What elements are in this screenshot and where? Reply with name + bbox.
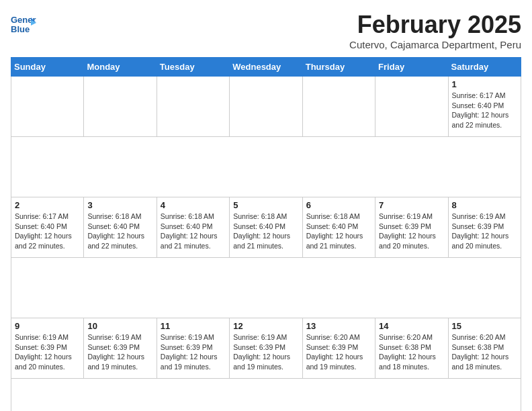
calendar-cell: 10Sunrise: 6:19 AMSunset: 6:39 PMDayligh… (84, 318, 157, 379)
day-info: Sunrise: 6:17 AMSunset: 6:40 PMDaylight:… (15, 212, 80, 251)
calendar-cell (157, 77, 229, 137)
day-info: Sunrise: 6:17 AMSunset: 6:40 PMDaylight:… (452, 91, 517, 130)
day-info: Sunrise: 6:18 AMSunset: 6:40 PMDaylight:… (87, 212, 152, 251)
calendar-cell (302, 77, 375, 137)
day-info: Sunrise: 6:19 AMSunset: 6:39 PMDaylight:… (161, 332, 226, 372)
week-spacer (11, 379, 521, 412)
day-number: 8 (452, 200, 517, 210)
calendar-cell: 6Sunrise: 6:18 AMSunset: 6:40 PMDaylight… (302, 197, 375, 258)
day-number: 9 (15, 321, 80, 331)
calendar-cell: 8Sunrise: 6:19 AMSunset: 6:39 PMDaylight… (448, 197, 521, 258)
weekday-header-saturday: Saturday (448, 58, 521, 77)
header: General Blue February 2025 Cutervo, Caja… (11, 11, 521, 50)
calendar-cell (375, 77, 448, 137)
day-number: 1 (452, 79, 517, 89)
day-info: Sunrise: 6:18 AMSunset: 6:40 PMDaylight:… (161, 212, 226, 251)
calendar-cell: 13Sunrise: 6:20 AMSunset: 6:39 PMDayligh… (302, 318, 375, 379)
calendar-cell: 11Sunrise: 6:19 AMSunset: 6:39 PMDayligh… (157, 318, 229, 379)
logo: General Blue (11, 11, 38, 35)
day-number: 2 (15, 200, 80, 210)
day-number: 15 (452, 321, 517, 331)
svg-text:Blue: Blue (11, 24, 30, 34)
day-info: Sunrise: 6:19 AMSunset: 6:39 PMDaylight:… (15, 332, 80, 372)
calendar-cell (230, 77, 302, 137)
day-info: Sunrise: 6:18 AMSunset: 6:40 PMDaylight:… (233, 212, 298, 251)
week-spacer (11, 137, 521, 197)
weekday-header-sunday: Sunday (11, 58, 84, 77)
day-number: 13 (306, 321, 371, 331)
calendar-week-1: 1Sunrise: 6:17 AMSunset: 6:40 PMDaylight… (11, 77, 521, 137)
calendar-cell: 5Sunrise: 6:18 AMSunset: 6:40 PMDaylight… (230, 197, 302, 258)
calendar-cell: 9Sunrise: 6:19 AMSunset: 6:39 PMDaylight… (11, 318, 84, 379)
calendar-cell (84, 77, 157, 137)
calendar-cell: 15Sunrise: 6:20 AMSunset: 6:38 PMDayligh… (448, 318, 521, 379)
calendar-cell: 12Sunrise: 6:19 AMSunset: 6:39 PMDayligh… (230, 318, 302, 379)
calendar-week-2: 2Sunrise: 6:17 AMSunset: 6:40 PMDaylight… (11, 197, 521, 258)
day-info: Sunrise: 6:20 AMSunset: 6:38 PMDaylight:… (452, 332, 517, 372)
day-number: 4 (161, 200, 226, 210)
title-block: February 2025 Cutervo, Cajamarca Departm… (349, 11, 521, 50)
week-spacer (11, 258, 521, 318)
day-info: Sunrise: 6:20 AMSunset: 6:39 PMDaylight:… (306, 332, 371, 372)
day-number: 11 (161, 321, 226, 331)
weekday-header-wednesday: Wednesday (230, 58, 302, 77)
weekday-header-monday: Monday (84, 58, 157, 77)
day-number: 10 (87, 321, 152, 331)
calendar-cell: 2Sunrise: 6:17 AMSunset: 6:40 PMDaylight… (11, 197, 84, 258)
weekday-header-thursday: Thursday (302, 58, 375, 77)
calendar-cell: 14Sunrise: 6:20 AMSunset: 6:38 PMDayligh… (375, 318, 448, 379)
calendar-cell: 7Sunrise: 6:19 AMSunset: 6:39 PMDaylight… (375, 197, 448, 258)
logo-icon: General Blue (11, 11, 35, 35)
calendar-week-3: 9Sunrise: 6:19 AMSunset: 6:39 PMDaylight… (11, 318, 521, 379)
day-info: Sunrise: 6:19 AMSunset: 6:39 PMDaylight:… (87, 332, 152, 372)
day-info: Sunrise: 6:20 AMSunset: 6:38 PMDaylight:… (379, 332, 444, 372)
day-number: 5 (233, 200, 298, 210)
sub-title: Cutervo, Cajamarca Department, Peru (349, 39, 521, 50)
calendar: SundayMondayTuesdayWednesdayThursdayFrid… (11, 57, 521, 411)
day-number: 6 (306, 200, 371, 210)
day-number: 3 (87, 200, 152, 210)
weekday-header-friday: Friday (375, 58, 448, 77)
day-info: Sunrise: 6:18 AMSunset: 6:40 PMDaylight:… (306, 212, 371, 251)
calendar-cell (11, 77, 84, 137)
calendar-cell: 1Sunrise: 6:17 AMSunset: 6:40 PMDaylight… (448, 77, 521, 137)
weekday-header-tuesday: Tuesday (157, 58, 229, 77)
day-info: Sunrise: 6:19 AMSunset: 6:39 PMDaylight:… (379, 212, 444, 251)
main-title: February 2025 (349, 11, 521, 39)
calendar-cell: 4Sunrise: 6:18 AMSunset: 6:40 PMDaylight… (157, 197, 229, 258)
day-number: 12 (233, 321, 298, 331)
day-info: Sunrise: 6:19 AMSunset: 6:39 PMDaylight:… (233, 332, 298, 372)
day-number: 7 (379, 200, 444, 210)
calendar-cell: 3Sunrise: 6:18 AMSunset: 6:40 PMDaylight… (84, 197, 157, 258)
day-info: Sunrise: 6:19 AMSunset: 6:39 PMDaylight:… (452, 212, 517, 251)
day-number: 14 (379, 321, 444, 331)
